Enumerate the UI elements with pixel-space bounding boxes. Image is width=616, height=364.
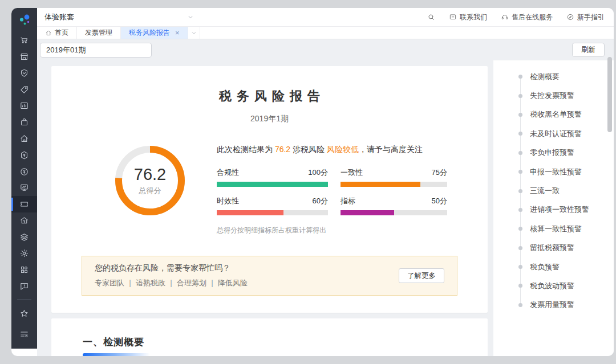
sidebar-item-badge[interactable] xyxy=(11,65,37,81)
banner-text-group: 您的税负存在风险，需要专家帮忙吗？ 专家团队 ｜ 谙熟税政 ｜ 合理筹划 ｜ 降… xyxy=(95,263,248,288)
tab-report-label: 税务风险报告 xyxy=(129,28,170,38)
tab-home[interactable]: 首页 xyxy=(37,27,77,39)
account-switcher[interactable]: 体验账套 xyxy=(44,12,194,22)
anchor-item-blacklist[interactable]: 税收黑名单预警 xyxy=(493,105,614,124)
refresh-button[interactable]: 刷新 xyxy=(572,43,605,57)
sidebar-item-tag[interactable] xyxy=(11,81,37,98)
sidebar-item-settings[interactable] xyxy=(11,246,37,262)
anchor-item-overview[interactable]: 检测概要 xyxy=(493,67,614,86)
score-note: 总得分按明细指标所占权重计算得出 xyxy=(217,226,447,235)
report-period: 2019年1期 xyxy=(51,114,488,124)
section-heading-underline xyxy=(83,353,150,356)
metric-bar-fill xyxy=(217,210,283,215)
result-prefix: 此次检测结果为 xyxy=(217,145,275,154)
vertical-scrollbar-thumb[interactable] xyxy=(607,57,612,132)
metric-label: 一致性 xyxy=(341,167,363,178)
anchor-item-zero-filing[interactable]: 零负申报预警 xyxy=(493,144,614,162)
tab-close-icon[interactable]: × xyxy=(175,28,180,37)
anchor-item-tax-fluctuation[interactable]: 税负波动预警 xyxy=(493,276,614,295)
period-input[interactable] xyxy=(40,43,152,58)
message-icon xyxy=(449,13,457,21)
metric-label: 合规性 xyxy=(217,167,239,178)
apps-grid-icon xyxy=(19,265,29,275)
app-logo xyxy=(11,8,37,32)
layers-icon xyxy=(19,232,29,242)
search-button[interactable] xyxy=(427,13,435,21)
score-row: 76.2 总得分 此次检测结果为 76.2 涉税风险 风险较低，请予与高度关注 xyxy=(51,144,488,235)
sidebar-item-cart[interactable] xyxy=(11,32,37,48)
score-donut-center: 76.2 总得分 xyxy=(113,144,187,218)
filter-bar: 刷新 xyxy=(37,39,614,60)
app-window: 体验账套 联系我们 售后在线服务 xyxy=(11,8,614,356)
metric-score: 75分 xyxy=(432,167,447,178)
metric-label: 指标 xyxy=(341,196,355,206)
bank-yen-icon xyxy=(19,216,29,226)
cart-icon xyxy=(19,35,29,45)
desktop-background: 体验账套 联系我们 售后在线服务 xyxy=(0,0,616,364)
metric-label: 时效性 xyxy=(217,196,239,206)
total-score-label: 总得分 xyxy=(139,186,161,196)
tab-invoice-management[interactable]: 发票管理 xyxy=(77,27,121,39)
anchor-item-invoice-usage[interactable]: 发票用量预警 xyxy=(493,296,614,314)
tab-tax-risk-report[interactable]: 税务风险报告 × xyxy=(121,27,188,39)
report-summary-card: 税务风险报告 2019年1期 76.2 总得分 xyxy=(51,66,488,313)
monitor-chart-icon xyxy=(19,183,29,193)
result-risk-level: 风险较低 xyxy=(327,145,359,154)
list-settings-icon xyxy=(19,329,29,339)
contact-us-button[interactable]: 联系我们 xyxy=(449,13,487,22)
sidebar-item-invoice-active[interactable] xyxy=(11,196,37,212)
detection-summary-card: 一、检测概要 经检测，贵司共存在4项风险预警。具体内容如下。 xyxy=(51,318,488,356)
metric-bars: 合规性100分 一致性75分 时效性60分 xyxy=(217,167,447,215)
gear-icon xyxy=(19,248,29,258)
home-icon xyxy=(45,30,52,36)
metric-consistency: 一致性75分 xyxy=(341,167,447,187)
after-sales-service-button[interactable]: 售后在线服务 xyxy=(501,13,553,22)
sidebar-item-feedback[interactable] xyxy=(11,278,37,295)
anchor-item-uncertified[interactable]: 未及时认证预警 xyxy=(493,124,614,143)
anchor-item-io-consistency[interactable]: 进销项一致性预警 xyxy=(493,201,614,219)
metric-bar-fill xyxy=(341,182,420,187)
ticket-invoice-icon xyxy=(19,199,29,209)
metric-bar-track xyxy=(217,210,328,215)
anchor-item-three-flow[interactable]: 三流一致 xyxy=(493,181,614,200)
anchor-item-lost-invoice[interactable]: 失控发票预警 xyxy=(493,86,614,105)
sidebar-item-monitor[interactable] xyxy=(11,179,37,196)
sidebar-item-home-building[interactable] xyxy=(11,130,37,147)
anchor-item-retained-tax[interactable]: 留抵税额预警 xyxy=(493,239,614,257)
toolbar-right-group: 联系我们 售后在线服务 新手指引 xyxy=(427,13,605,22)
metric-timeliness: 时效性60分 xyxy=(217,196,328,215)
sidebar-item-store[interactable] xyxy=(11,48,37,65)
metric-bar-fill xyxy=(217,182,328,187)
sidebar-item-favorites[interactable] xyxy=(11,303,37,324)
sidebar-item-chart[interactable] xyxy=(11,97,37,114)
after-sales-label: 售后在线服务 xyxy=(512,13,553,22)
tab-home-label: 首页 xyxy=(55,28,68,38)
anchor-item-accounting-consistency[interactable]: 核算一致性预警 xyxy=(493,219,614,238)
sidebar-item-coin[interactable] xyxy=(11,163,37,180)
sidebar-item-menu-settings[interactable] xyxy=(11,324,37,344)
beginner-guide-button[interactable]: 新手指引 xyxy=(566,13,605,22)
account-label: 体验账套 xyxy=(44,12,74,22)
metric-score: 100分 xyxy=(308,167,328,178)
headset-icon xyxy=(501,13,509,21)
top-toolbar: 体验账套 联系我们 售后在线服务 xyxy=(37,8,614,27)
anchor-item-filing-consistency[interactable]: 申报一致性预警 xyxy=(493,162,614,181)
sidebar-item-hex-coin[interactable] xyxy=(11,147,37,163)
result-score: 76.2 xyxy=(275,145,290,154)
store-icon xyxy=(19,52,29,62)
sidebar-item-bag[interactable] xyxy=(11,114,37,130)
sidebar-item-bank[interactable] xyxy=(11,212,37,229)
sidebar-item-apps[interactable] xyxy=(11,261,37,278)
house-icon xyxy=(19,134,29,144)
learn-more-button[interactable]: 了解更多 xyxy=(399,268,444,283)
coin-yen-icon xyxy=(19,167,29,177)
anchor-item-tax-burden[interactable]: 税负预警 xyxy=(493,257,614,276)
metric-bar-track xyxy=(217,182,328,187)
sidebar-item-layers[interactable] xyxy=(11,229,37,246)
tab-bar: 首页 发票管理 税务风险报告 × xyxy=(37,27,614,39)
metric-score: 50分 xyxy=(432,196,447,206)
chevron-down-icon xyxy=(187,14,194,21)
tab-list-dropdown[interactable] xyxy=(188,27,200,39)
contact-us-label: 联系我们 xyxy=(460,13,487,22)
star-icon xyxy=(19,309,29,318)
